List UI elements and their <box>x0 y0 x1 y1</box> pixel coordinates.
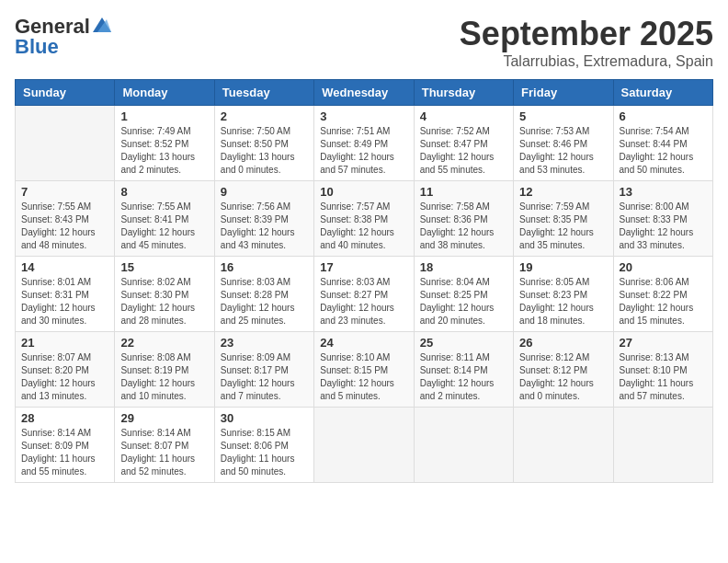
day-number: 9 <box>221 185 308 199</box>
calendar-cell: 28Sunrise: 8:14 AM Sunset: 8:09 PM Dayli… <box>16 408 115 483</box>
calendar-cell: 12Sunrise: 7:59 AM Sunset: 8:35 PM Dayli… <box>514 181 613 257</box>
weekday-header: Wednesday <box>314 80 414 106</box>
calendar-cell: 4Sunrise: 7:52 AM Sunset: 8:47 PM Daylig… <box>414 106 513 181</box>
day-info: Sunrise: 8:15 AM Sunset: 8:06 PM Dayligh… <box>221 427 308 478</box>
day-info: Sunrise: 8:04 AM Sunset: 8:25 PM Dayligh… <box>420 276 507 327</box>
day-number: 25 <box>420 336 507 350</box>
calendar-week-row: 14Sunrise: 8:01 AM Sunset: 8:31 PM Dayli… <box>16 257 713 332</box>
day-info: Sunrise: 8:00 AM Sunset: 8:33 PM Dayligh… <box>620 201 707 252</box>
day-info: Sunrise: 8:10 AM Sunset: 8:15 PM Dayligh… <box>320 351 407 403</box>
day-info: Sunrise: 8:11 AM Sunset: 8:14 PM Dayligh… <box>420 351 507 403</box>
day-number: 30 <box>221 411 308 425</box>
day-number: 13 <box>620 185 707 199</box>
day-info: Sunrise: 7:50 AM Sunset: 8:50 PM Dayligh… <box>221 125 308 177</box>
day-number: 27 <box>620 336 707 350</box>
logo: General Blue <box>15 15 111 59</box>
weekday-header: Saturday <box>613 80 712 106</box>
day-number: 24 <box>320 336 407 350</box>
calendar-cell: 26Sunrise: 8:12 AM Sunset: 8:12 PM Dayli… <box>514 332 613 408</box>
day-info: Sunrise: 8:12 AM Sunset: 8:12 PM Dayligh… <box>519 351 607 403</box>
calendar-cell <box>414 408 513 483</box>
calendar-header-row: SundayMondayTuesdayWednesdayThursdayFrid… <box>16 80 713 106</box>
day-info: Sunrise: 7:59 AM Sunset: 8:35 PM Dayligh… <box>519 201 607 252</box>
day-number: 1 <box>120 109 208 123</box>
day-info: Sunrise: 7:58 AM Sunset: 8:36 PM Dayligh… <box>420 201 507 252</box>
calendar-week-row: 1Sunrise: 7:49 AM Sunset: 8:52 PM Daylig… <box>16 106 713 181</box>
page-header: General Blue September 2025 Talarrubias,… <box>15 15 713 70</box>
month-title: September 2025 <box>460 15 713 53</box>
day-info: Sunrise: 7:57 AM Sunset: 8:38 PM Dayligh… <box>320 201 407 252</box>
calendar-cell: 19Sunrise: 8:05 AM Sunset: 8:23 PM Dayli… <box>514 257 613 332</box>
day-info: Sunrise: 7:49 AM Sunset: 8:52 PM Dayligh… <box>120 125 208 177</box>
day-number: 12 <box>519 185 607 199</box>
day-info: Sunrise: 7:54 AM Sunset: 8:44 PM Dayligh… <box>620 125 707 177</box>
calendar-cell: 3Sunrise: 7:51 AM Sunset: 8:49 PM Daylig… <box>314 106 414 181</box>
calendar-cell <box>613 408 712 483</box>
day-info: Sunrise: 8:08 AM Sunset: 8:19 PM Dayligh… <box>120 351 208 403</box>
day-info: Sunrise: 8:03 AM Sunset: 8:27 PM Dayligh… <box>320 276 407 327</box>
calendar-cell: 29Sunrise: 8:14 AM Sunset: 8:07 PM Dayli… <box>115 408 214 483</box>
calendar-cell: 10Sunrise: 7:57 AM Sunset: 8:38 PM Dayli… <box>314 181 414 257</box>
day-number: 14 <box>21 260 108 274</box>
calendar-week-row: 7Sunrise: 7:55 AM Sunset: 8:43 PM Daylig… <box>16 181 713 257</box>
weekday-header: Friday <box>514 80 613 106</box>
day-number: 15 <box>120 260 208 274</box>
day-number: 8 <box>120 185 208 199</box>
calendar-cell: 11Sunrise: 7:58 AM Sunset: 8:36 PM Dayli… <box>414 181 513 257</box>
calendar-cell: 21Sunrise: 8:07 AM Sunset: 8:20 PM Dayli… <box>16 332 115 408</box>
logo-icon <box>93 17 111 32</box>
day-info: Sunrise: 8:06 AM Sunset: 8:22 PM Dayligh… <box>620 276 707 327</box>
calendar-cell: 24Sunrise: 8:10 AM Sunset: 8:15 PM Dayli… <box>314 332 414 408</box>
day-info: Sunrise: 8:14 AM Sunset: 8:07 PM Dayligh… <box>120 427 208 478</box>
day-number: 28 <box>21 411 108 425</box>
day-number: 10 <box>320 185 407 199</box>
calendar-cell: 9Sunrise: 7:56 AM Sunset: 8:39 PM Daylig… <box>214 181 313 257</box>
day-number: 17 <box>320 260 407 274</box>
calendar-cell: 18Sunrise: 8:04 AM Sunset: 8:25 PM Dayli… <box>414 257 513 332</box>
day-number: 29 <box>120 411 208 425</box>
day-number: 2 <box>221 109 308 123</box>
calendar-cell: 25Sunrise: 8:11 AM Sunset: 8:14 PM Dayli… <box>414 332 513 408</box>
day-info: Sunrise: 8:13 AM Sunset: 8:10 PM Dayligh… <box>620 351 707 403</box>
logo-blue: Blue <box>15 35 59 59</box>
calendar-cell: 16Sunrise: 8:03 AM Sunset: 8:28 PM Dayli… <box>214 257 313 332</box>
day-number: 18 <box>420 260 507 274</box>
day-info: Sunrise: 7:56 AM Sunset: 8:39 PM Dayligh… <box>221 201 308 252</box>
calendar-cell: 23Sunrise: 8:09 AM Sunset: 8:17 PM Dayli… <box>214 332 313 408</box>
calendar-cell: 27Sunrise: 8:13 AM Sunset: 8:10 PM Dayli… <box>613 332 712 408</box>
day-info: Sunrise: 8:07 AM Sunset: 8:20 PM Dayligh… <box>21 351 108 403</box>
day-number: 16 <box>221 260 308 274</box>
day-info: Sunrise: 7:53 AM Sunset: 8:46 PM Dayligh… <box>519 125 607 177</box>
calendar-cell: 13Sunrise: 8:00 AM Sunset: 8:33 PM Dayli… <box>613 181 712 257</box>
day-number: 11 <box>420 185 507 199</box>
calendar-cell: 15Sunrise: 8:02 AM Sunset: 8:30 PM Dayli… <box>115 257 214 332</box>
weekday-header: Thursday <box>414 80 513 106</box>
day-number: 22 <box>120 336 208 350</box>
calendar-cell: 8Sunrise: 7:55 AM Sunset: 8:41 PM Daylig… <box>115 181 214 257</box>
day-number: 6 <box>620 109 707 123</box>
calendar-week-row: 21Sunrise: 8:07 AM Sunset: 8:20 PM Dayli… <box>16 332 713 408</box>
day-info: Sunrise: 8:09 AM Sunset: 8:17 PM Dayligh… <box>221 351 308 403</box>
day-info: Sunrise: 7:51 AM Sunset: 8:49 PM Dayligh… <box>320 125 407 177</box>
calendar-table: SundayMondayTuesdayWednesdayThursdayFrid… <box>15 79 713 483</box>
weekday-header: Sunday <box>16 80 115 106</box>
location-title: Talarrubias, Extremadura, Spain <box>460 53 713 70</box>
day-info: Sunrise: 7:55 AM Sunset: 8:43 PM Dayligh… <box>21 201 108 252</box>
day-info: Sunrise: 8:03 AM Sunset: 8:28 PM Dayligh… <box>221 276 308 327</box>
calendar-cell: 14Sunrise: 8:01 AM Sunset: 8:31 PM Dayli… <box>16 257 115 332</box>
day-info: Sunrise: 7:55 AM Sunset: 8:41 PM Dayligh… <box>120 201 208 252</box>
day-info: Sunrise: 8:05 AM Sunset: 8:23 PM Dayligh… <box>519 276 607 327</box>
calendar-cell: 5Sunrise: 7:53 AM Sunset: 8:46 PM Daylig… <box>514 106 613 181</box>
calendar-week-row: 28Sunrise: 8:14 AM Sunset: 8:09 PM Dayli… <box>16 408 713 483</box>
calendar-cell: 20Sunrise: 8:06 AM Sunset: 8:22 PM Dayli… <box>613 257 712 332</box>
title-block: September 2025 Talarrubias, Extremadura,… <box>460 15 713 70</box>
day-info: Sunrise: 8:02 AM Sunset: 8:30 PM Dayligh… <box>120 276 208 327</box>
weekday-header: Tuesday <box>214 80 313 106</box>
day-number: 4 <box>420 109 507 123</box>
day-info: Sunrise: 7:52 AM Sunset: 8:47 PM Dayligh… <box>420 125 507 177</box>
calendar-cell <box>16 106 115 181</box>
calendar-cell: 6Sunrise: 7:54 AM Sunset: 8:44 PM Daylig… <box>613 106 712 181</box>
day-number: 23 <box>221 336 308 350</box>
weekday-header: Monday <box>115 80 214 106</box>
day-number: 5 <box>519 109 607 123</box>
